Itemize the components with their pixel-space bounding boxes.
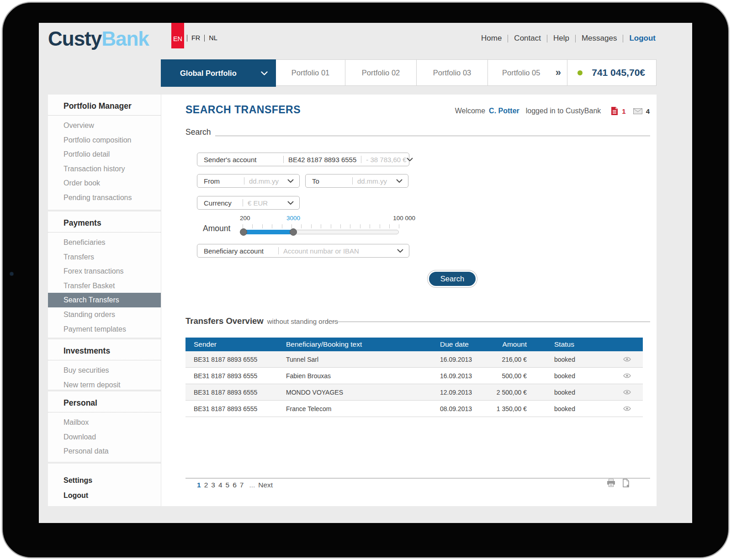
logo-part-custy: Custy <box>48 27 101 50</box>
more-tabs-icon[interactable]: » <box>556 68 561 78</box>
chevron-down-icon <box>287 179 294 183</box>
page-1[interactable]: 1 <box>197 481 201 489</box>
search-button[interactable]: Search <box>429 272 476 286</box>
sidebar-item-portfolio-composition[interactable]: Portfolio composition <box>48 133 161 148</box>
page-2[interactable]: 2 <box>204 481 208 489</box>
currency-dropdown[interactable]: Currency € EUR <box>197 196 300 210</box>
tab-global-portfolio[interactable]: Global Portfolio <box>161 59 276 87</box>
user-name-link[interactable]: C. Potter <box>489 107 519 115</box>
nav-help[interactable]: Help <box>553 34 569 43</box>
sidebar-item-settings[interactable]: Settings <box>48 473 161 488</box>
slider-tick-marks <box>243 224 399 228</box>
cell-sender: BE31 8187 8893 6555 <box>194 372 286 380</box>
sidebar-item-mailbox[interactable]: Mailbox <box>48 415 161 430</box>
page-6[interactable]: 6 <box>233 481 237 489</box>
sidebar-item-overview[interactable]: Overview <box>48 118 161 133</box>
language-selected-en[interactable]: EN <box>171 23 184 48</box>
status-green-dot <box>577 70 583 75</box>
table-row[interactable]: BE31 8187 8893 6555 Tunnel Sarl 16.09.20… <box>185 351 643 368</box>
eye-icon[interactable] <box>623 357 631 362</box>
tablet-camera-dot <box>10 272 13 275</box>
eye-icon[interactable] <box>623 390 631 395</box>
field-divider <box>278 247 279 254</box>
tab-portfolio-03[interactable]: Portfolio 03 <box>417 60 488 85</box>
sender-account-dropdown[interactable]: Sender's account BE42 8187 8893 6555 - 3… <box>197 153 409 166</box>
language-separator <box>204 35 205 42</box>
eye-icon[interactable] <box>623 406 631 411</box>
table-row[interactable]: BE31 8187 8893 6555 Fabien Brouxas 16.09… <box>185 368 643 384</box>
cell-amount: 216,00 € <box>481 356 527 363</box>
cell-due-date: 16.09.2013 <box>440 356 481 363</box>
app-canvas: CustyBank EN FR NL Home Contact Help Mes… <box>39 23 692 523</box>
language-nl[interactable]: NL <box>209 34 217 42</box>
sidebar-item-order-book[interactable]: Order book <box>48 176 161 190</box>
page-4[interactable]: 4 <box>218 481 222 489</box>
beneficiary-account-dropdown[interactable]: Beneficiary account Account numbar or IB… <box>197 244 409 258</box>
sidebar-item-pending-transactions[interactable]: Pending transactions <box>48 190 161 205</box>
language-fr[interactable]: FR <box>191 34 200 42</box>
sidebar-item-payment-templates[interactable]: Payment templates <box>48 322 161 337</box>
page-3[interactable]: 3 <box>211 481 215 489</box>
tab-portfolio-01-label: Portfolio 01 <box>291 69 329 77</box>
page-5[interactable]: 5 <box>226 481 230 489</box>
date-to-label: To <box>312 177 348 185</box>
field-divider <box>352 177 353 185</box>
slider-handle-upper[interactable] <box>290 228 297 236</box>
date-from-placeholder: dd.mm.yy <box>249 177 279 185</box>
footer-rule <box>185 478 650 479</box>
eye-icon[interactable] <box>623 373 631 378</box>
tab-portfolio-02[interactable]: Portfolio 02 <box>345 60 417 85</box>
nav-home[interactable]: Home <box>481 34 502 43</box>
sidebar-item-search-transfers[interactable]: Search Transfers <box>48 293 161 307</box>
messages-count: 4 <box>646 107 650 115</box>
sidebar-item-forex-transactions[interactable]: Forex transactions <box>48 264 161 279</box>
pagination-next[interactable]: Next <box>258 481 273 489</box>
export-document-icon[interactable] <box>623 479 630 487</box>
logo-part-bank: Bank <box>101 27 149 50</box>
slider-selected-range <box>244 230 293 234</box>
sidebar-item-download[interactable]: Download <box>48 430 161 444</box>
nav-contact[interactable]: Contact <box>514 34 541 43</box>
nav-messages[interactable]: Messages <box>582 34 617 43</box>
slider-handle-lower[interactable] <box>240 228 247 236</box>
printer-icon[interactable] <box>607 479 615 487</box>
sidebar-item-standing-orders[interactable]: Standing orders <box>48 307 161 322</box>
sidebar-item-portfolio-detail[interactable]: Portfolio detail <box>48 147 161 162</box>
sidebar-item-transaction-history[interactable]: Transaction history <box>48 162 161 176</box>
document-icon[interactable] <box>611 106 618 116</box>
sidebar-item-beneficiaries[interactable]: Beneficiaries <box>48 235 161 250</box>
cell-beneficiary: France Telecom <box>286 405 440 412</box>
tab-portfolio-05[interactable]: Portfolio 05 » <box>488 60 567 85</box>
date-to-dropdown[interactable]: To dd.mm.yy <box>305 174 408 188</box>
col-header-beneficiary: Beneficiary/Booking text <box>286 340 440 349</box>
sidebar-item-new-term-deposit[interactable]: New term deposit <box>48 378 161 390</box>
search-section-label: Search <box>185 127 211 137</box>
top-navigation: Home Contact Help Messages Logout <box>481 34 656 43</box>
language-separator <box>187 35 187 42</box>
cell-status: booked <box>527 372 614 380</box>
portfolio-tab-bar: Global Portfolio Portfolio 01 Portfolio … <box>161 59 657 86</box>
total-balance: 741 045,70€ <box>592 67 645 78</box>
custybank-logo: CustyBank <box>48 27 149 50</box>
sidebar-item-transfers[interactable]: Transfers <box>48 250 161 264</box>
date-from-dropdown[interactable]: From dd.mm.yy <box>197 174 300 188</box>
sidebar-item-buy-securities[interactable]: Buy securities <box>48 363 161 378</box>
table-row[interactable]: BE31 8187 8893 6555 MONDO VOYAGES 12.09.… <box>185 384 643 401</box>
tab-portfolio-05-label: Portfolio 05 <box>502 69 540 77</box>
envelope-icon[interactable] <box>633 108 642 114</box>
cell-sender: BE31 8187 8893 6555 <box>194 405 286 412</box>
tab-portfolio-03-label: Portfolio 03 <box>433 69 471 77</box>
page-7[interactable]: 7 <box>240 481 244 489</box>
beneficiary-account-label: Beneficiary account <box>204 247 274 255</box>
sidebar-item-personal-data[interactable]: Personal data <box>48 444 161 459</box>
cell-status: booked <box>527 405 614 412</box>
table-row[interactable]: BE31 8187 8893 6555 France Telecom 08.09… <box>185 401 643 417</box>
sidebar-item-transfer-basket[interactable]: Transfer Basket <box>48 279 161 293</box>
sidebar-item-logout[interactable]: Logout <box>48 488 161 503</box>
transfers-table: Sender Beneficiary/Booking text Due date… <box>185 338 643 417</box>
tab-global-portfolio-label: Global Portfolio <box>180 69 237 78</box>
pagination-ellipsis: ... <box>249 481 255 489</box>
transfers-overview-title: Transfers Overview <box>185 316 264 326</box>
nav-logout[interactable]: Logout <box>629 34 656 43</box>
tab-portfolio-01[interactable]: Portfolio 01 <box>276 60 345 85</box>
